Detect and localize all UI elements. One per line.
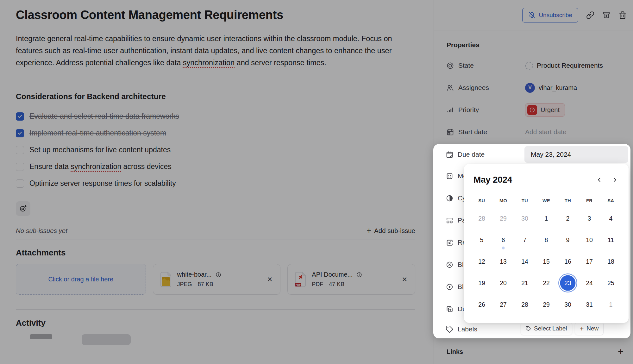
day-cell[interactable]: 25 <box>600 272 622 294</box>
day-cell[interactable]: 28 <box>471 208 492 229</box>
weekday-label: TH <box>557 198 579 203</box>
day-cell[interactable]: 20 <box>492 272 514 294</box>
day-cell[interactable]: 3 <box>579 208 600 229</box>
weekday-label: WE <box>536 198 557 203</box>
cycle-icon <box>446 194 454 202</box>
blocked-by-icon <box>446 283 454 291</box>
day-cell[interactable]: 26 <box>471 294 492 315</box>
weekday-label: FR <box>579 198 600 203</box>
day-cell[interactable]: 29 <box>536 294 557 315</box>
day-cell[interactable]: 24 <box>579 272 600 294</box>
calendar-month-title: May 2024 <box>473 175 512 185</box>
property-label: Labels <box>458 325 477 333</box>
plus-icon: + <box>580 325 584 332</box>
issue-peek-view: Classroom Content Management Requirement… <box>0 0 633 364</box>
weekday-label: MO <box>492 198 514 203</box>
day-cell-selected[interactable]: 23 <box>557 272 579 294</box>
prev-month-button[interactable] <box>595 176 603 184</box>
day-cell[interactable]: 21 <box>514 272 536 294</box>
due-date-input[interactable]: May 23, 2024 <box>524 146 628 163</box>
chevron-right-icon <box>611 176 618 183</box>
chevron-left-icon <box>596 176 603 183</box>
day-cell[interactable]: 10 <box>579 229 600 251</box>
blocking-icon <box>446 261 454 269</box>
day-cell[interactable]: 31 <box>579 294 600 315</box>
day-cell[interactable]: 22 <box>536 272 557 294</box>
day-cell[interactable]: 16 <box>557 251 579 272</box>
day-cell[interactable]: 27 <box>492 294 514 315</box>
select-label-button[interactable]: Select Label <box>521 322 572 335</box>
duplicate-icon <box>446 305 454 313</box>
day-cell[interactable]: 9 <box>557 229 579 251</box>
day-cell[interactable]: 29 <box>492 208 514 229</box>
parent-icon <box>446 217 454 224</box>
calendar-header: May 2024 <box>471 173 622 187</box>
property-label: Due date <box>458 151 485 158</box>
day-cell[interactable]: 2 <box>557 208 579 229</box>
weekday-label: TU <box>514 198 536 203</box>
day-cell[interactable]: 11 <box>600 229 622 251</box>
day-cell[interactable]: 28 <box>514 294 536 315</box>
calendar-check-icon <box>446 151 454 159</box>
day-cell[interactable]: 5 <box>471 229 492 251</box>
day-cell[interactable]: 7 <box>514 229 536 251</box>
day-cell[interactable]: 8 <box>536 229 557 251</box>
module-icon <box>446 172 454 180</box>
weekday-label: SU <box>471 198 492 203</box>
day-cell[interactable]: 30 <box>514 208 536 229</box>
weekday-header-row: SU MO TU WE TH FR SA <box>471 198 622 203</box>
due-date-spotlight: Due date May 23, 2024 Module Cycle Paren… <box>433 144 630 338</box>
day-cell[interactable]: 1 <box>600 294 622 315</box>
day-cell[interactable]: 15 <box>536 251 557 272</box>
tag-icon <box>526 326 531 331</box>
day-cell[interactable]: 17 <box>579 251 600 272</box>
relates-to-icon <box>446 239 454 247</box>
calendar-grid: 28 29 30 1 2 3 4 5 6 7 8 9 10 11 12 13 1… <box>471 208 622 315</box>
day-cell[interactable]: 4 <box>600 208 622 229</box>
day-cell[interactable]: 14 <box>514 251 536 272</box>
day-cell[interactable]: 12 <box>471 251 492 272</box>
day-cell[interactable]: 19 <box>471 272 492 294</box>
date-picker-popup: May 2024 SU MO TU WE TH FR SA <box>464 164 629 323</box>
weekday-label: SA <box>600 198 622 203</box>
new-label-button[interactable]: + New <box>575 322 604 335</box>
day-cell-today[interactable]: 6 <box>492 229 514 251</box>
property-row-due-date: Due date May 23, 2024 <box>433 144 630 165</box>
day-cell[interactable]: 13 <box>492 251 514 272</box>
day-cell[interactable]: 1 <box>536 208 557 229</box>
day-cell[interactable]: 30 <box>557 294 579 315</box>
day-cell[interactable]: 18 <box>600 251 622 272</box>
labels-tag-icon <box>446 325 454 333</box>
next-month-button[interactable] <box>611 176 619 184</box>
